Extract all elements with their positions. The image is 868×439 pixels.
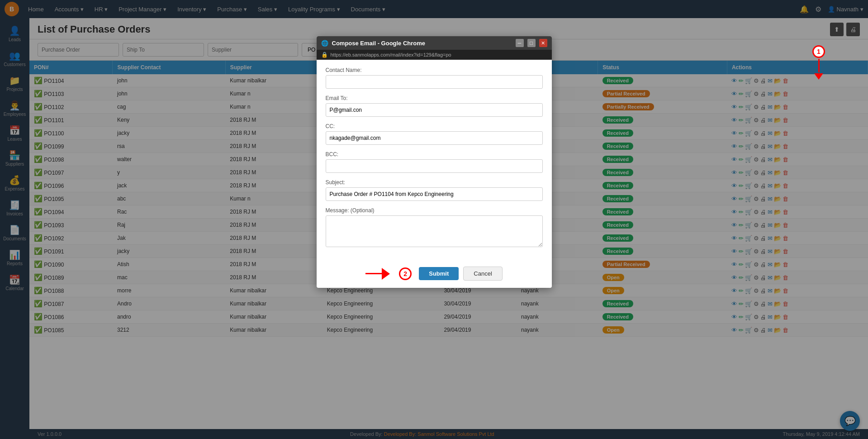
cc-input[interactable] — [326, 131, 543, 145]
annotation-2: 2 — [399, 267, 412, 280]
compose-email-modal: 🌐 Compose Email - Google Chrome ─ □ ✕ 🔒 … — [317, 36, 552, 288]
close-button[interactable]: ✕ — [539, 39, 547, 47]
contact-name-label: Contact Name: — [326, 67, 543, 73]
subject-field: Subject: — [326, 179, 543, 201]
contact-name-input[interactable] — [326, 75, 543, 89]
modal-titlebar: 🌐 Compose Email - Google Chrome ─ □ ✕ — [317, 36, 552, 50]
minimize-button[interactable]: ─ — [516, 39, 524, 47]
lock-icon: 🔒 — [321, 52, 328, 58]
bcc-input[interactable] — [326, 159, 543, 173]
modal-url-bar: 🔒 https://eb.sanmolapps.com/mail/index?i… — [317, 50, 552, 60]
modal-footer: 2 Submit Cancel — [317, 262, 552, 288]
modal-overlay: 1 🌐 Compose Email - Google Chrome ─ □ ✕ … — [0, 0, 868, 439]
email-to-field: Email To: — [326, 95, 543, 117]
bcc-field: BCC: — [326, 151, 543, 173]
cc-label: CC: — [326, 123, 543, 129]
subject-input[interactable] — [326, 187, 543, 201]
maximize-button[interactable]: □ — [527, 39, 536, 47]
modal-body: Contact Name: Email To: CC: BCC: Subject… — [317, 60, 552, 262]
url-text: https://eb.sanmolapps.com/mail/index?id=… — [331, 52, 451, 57]
email-to-input[interactable] — [326, 103, 543, 117]
message-label: Message: (Optional) — [326, 207, 543, 214]
cancel-button[interactable]: Cancel — [463, 267, 502, 281]
contact-name-field: Contact Name: — [326, 67, 543, 89]
bcc-label: BCC: — [326, 151, 543, 157]
cc-field: CC: — [326, 123, 543, 145]
email-to-label: Email To: — [326, 95, 543, 101]
submit-button[interactable]: Submit — [419, 267, 459, 280]
subject-label: Subject: — [326, 179, 543, 186]
message-textarea[interactable] — [326, 215, 543, 247]
annotation-1: 1 — [812, 45, 825, 58]
modal-title: Compose Email - Google Chrome — [332, 40, 512, 47]
message-field: Message: (Optional) — [326, 207, 543, 248]
modal-tab-icon: 🌐 — [321, 40, 328, 47]
